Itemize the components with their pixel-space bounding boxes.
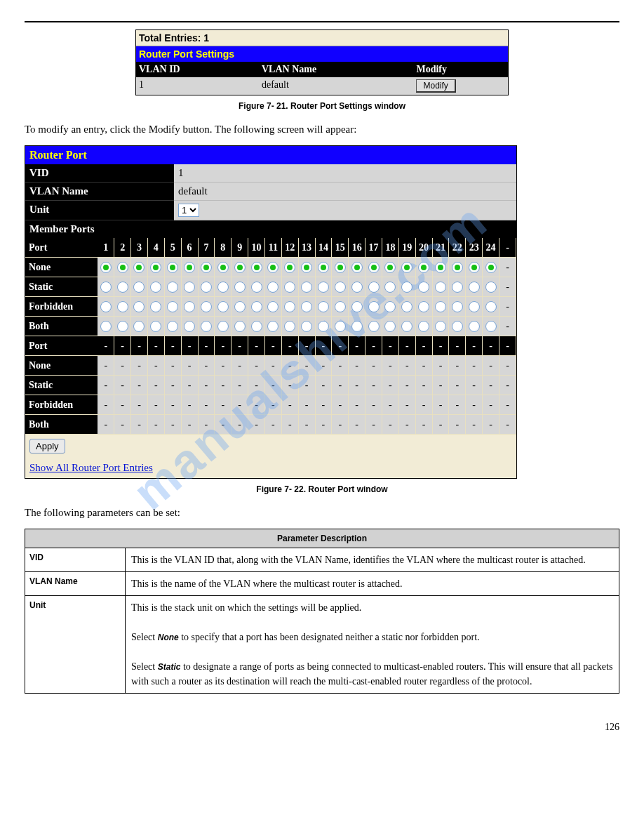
radio-none[interactable] xyxy=(251,262,262,273)
radio-forbidden[interactable] xyxy=(452,301,463,312)
radio-both[interactable] xyxy=(201,321,212,332)
radio-static[interactable] xyxy=(150,282,161,293)
radio-static[interactable] xyxy=(184,282,195,293)
radio-both[interactable] xyxy=(301,321,312,332)
radio-static[interactable] xyxy=(133,282,145,293)
radio-none[interactable] xyxy=(234,262,246,273)
radio-both[interactable] xyxy=(117,321,128,332)
radio-static[interactable] xyxy=(318,282,329,293)
radio-none[interactable] xyxy=(150,262,161,273)
radio-forbidden[interactable] xyxy=(217,301,229,312)
radio-static[interactable] xyxy=(401,282,412,293)
radio-static[interactable] xyxy=(251,282,262,293)
radio-both[interactable] xyxy=(167,321,178,332)
radio-none[interactable] xyxy=(184,262,195,273)
radio-none[interactable] xyxy=(351,262,363,273)
radio-both[interactable] xyxy=(452,321,463,332)
radio-forbidden[interactable] xyxy=(267,301,279,312)
radio-none[interactable] xyxy=(335,262,346,273)
radio-both[interactable] xyxy=(469,321,480,332)
radio-static[interactable] xyxy=(234,282,246,293)
radio-forbidden[interactable] xyxy=(318,301,329,312)
radio-static[interactable] xyxy=(267,282,279,293)
radio-both[interactable] xyxy=(251,321,262,332)
radio-none[interactable] xyxy=(117,262,128,273)
radio-forbidden[interactable] xyxy=(184,301,195,312)
radio-none[interactable] xyxy=(301,262,312,273)
radio-both[interactable] xyxy=(133,321,145,332)
radio-none[interactable] xyxy=(435,262,446,273)
radio-static[interactable] xyxy=(452,282,463,293)
radio-static[interactable] xyxy=(418,282,429,293)
radio-static[interactable] xyxy=(201,282,212,293)
radio-both[interactable] xyxy=(351,321,363,332)
radio-both[interactable] xyxy=(335,321,346,332)
radio-both[interactable] xyxy=(217,321,229,332)
show-all-link[interactable]: Show All Router Port Entries xyxy=(25,458,516,478)
radio-none[interactable] xyxy=(401,262,412,273)
radio-forbidden[interactable] xyxy=(368,301,380,312)
radio-none[interactable] xyxy=(201,262,212,273)
radio-both[interactable] xyxy=(318,321,329,332)
radio-both[interactable] xyxy=(401,321,412,332)
radio-none[interactable] xyxy=(485,262,497,273)
radio-forbidden[interactable] xyxy=(284,301,295,312)
radio-both[interactable] xyxy=(184,321,195,332)
radio-both[interactable] xyxy=(418,321,429,332)
apply-button[interactable]: Apply xyxy=(29,439,65,454)
radio-forbidden[interactable] xyxy=(150,301,161,312)
radio-static[interactable] xyxy=(469,282,480,293)
radio-none[interactable] xyxy=(100,262,112,273)
radio-static[interactable] xyxy=(284,282,295,293)
radio-forbidden[interactable] xyxy=(384,301,396,312)
radio-none[interactable] xyxy=(452,262,463,273)
radio-forbidden[interactable] xyxy=(301,301,312,312)
radio-none[interactable] xyxy=(469,262,480,273)
radio-none[interactable] xyxy=(368,262,380,273)
radio-none[interactable] xyxy=(217,262,229,273)
unit-select[interactable]: 1 xyxy=(178,204,199,217)
radio-forbidden[interactable] xyxy=(133,301,145,312)
radio-none[interactable] xyxy=(418,262,429,273)
radio-none[interactable] xyxy=(384,262,396,273)
radio-both[interactable] xyxy=(100,321,112,332)
radio-both[interactable] xyxy=(485,321,497,332)
radio-forbidden[interactable] xyxy=(435,301,446,312)
radio-static[interactable] xyxy=(335,282,346,293)
radio-static[interactable] xyxy=(351,282,363,293)
radio-static[interactable] xyxy=(368,282,380,293)
radio-forbidden[interactable] xyxy=(234,301,246,312)
radio-both[interactable] xyxy=(435,321,446,332)
radio-forbidden[interactable] xyxy=(401,301,412,312)
radio-forbidden[interactable] xyxy=(201,301,212,312)
radio-none[interactable] xyxy=(267,262,279,273)
radio-both[interactable] xyxy=(150,321,161,332)
radio-static[interactable] xyxy=(435,282,446,293)
radio-static[interactable] xyxy=(117,282,128,293)
radio-forbidden[interactable] xyxy=(469,301,480,312)
radio-none[interactable] xyxy=(284,262,295,273)
radio-static[interactable] xyxy=(301,282,312,293)
radio-both[interactable] xyxy=(368,321,380,332)
radio-both[interactable] xyxy=(234,321,246,332)
radio-static[interactable] xyxy=(167,282,178,293)
radio-none[interactable] xyxy=(133,262,145,273)
radio-none[interactable] xyxy=(167,262,178,273)
radio-forbidden[interactable] xyxy=(351,301,363,312)
radio-both[interactable] xyxy=(267,321,279,332)
radio-both[interactable] xyxy=(284,321,295,332)
radio-none[interactable] xyxy=(318,262,329,273)
radio-forbidden[interactable] xyxy=(418,301,429,312)
radio-static[interactable] xyxy=(384,282,396,293)
radio-static[interactable] xyxy=(485,282,497,293)
radio-forbidden[interactable] xyxy=(251,301,262,312)
radio-static[interactable] xyxy=(100,282,112,293)
radio-forbidden[interactable] xyxy=(100,301,112,312)
radio-forbidden[interactable] xyxy=(117,301,128,312)
radio-forbidden[interactable] xyxy=(485,301,497,312)
radio-static[interactable] xyxy=(217,282,229,293)
radio-both[interactable] xyxy=(384,321,396,332)
radio-forbidden[interactable] xyxy=(335,301,346,312)
radio-forbidden[interactable] xyxy=(167,301,178,312)
modify-button[interactable]: Modify xyxy=(416,79,455,93)
